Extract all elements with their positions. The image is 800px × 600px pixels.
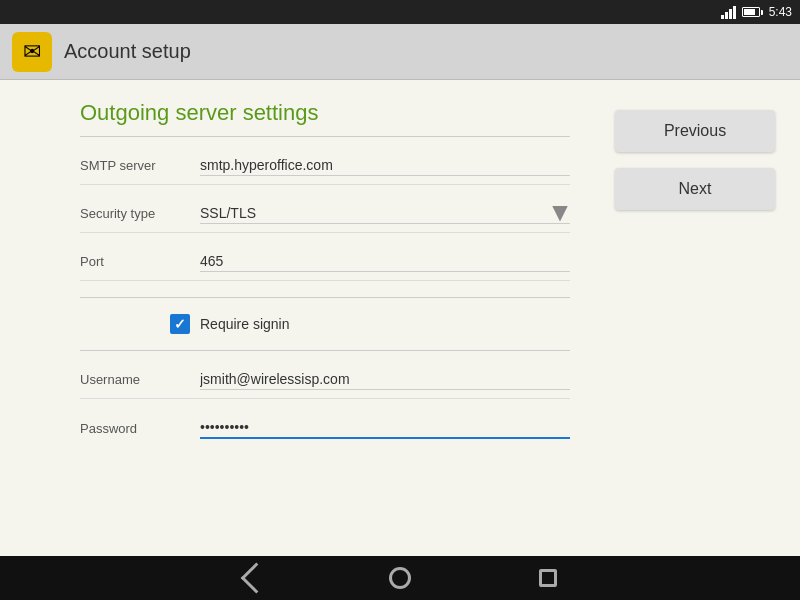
username-group: Username (80, 369, 570, 399)
status-bar: 5:43 (0, 0, 800, 24)
page-heading: Outgoing server settings (80, 100, 570, 137)
require-signin-checkbox[interactable] (170, 314, 190, 334)
main-content: Outgoing server settings SMTP server Sec… (0, 80, 800, 556)
app-icon: ✉ (12, 32, 52, 72)
username-label: Username (80, 372, 200, 387)
back-icon (241, 562, 272, 593)
require-signin-label: Require signin (200, 316, 290, 332)
security-label: Security type (80, 206, 200, 221)
port-input[interactable] (200, 251, 570, 272)
previous-button[interactable]: Previous (615, 110, 775, 152)
app-icon-symbol: ✉ (23, 39, 41, 65)
back-nav-button[interactable] (238, 564, 266, 592)
title-bar: ✉ Account setup (0, 24, 800, 80)
security-type-group: Security type SSL/TLS TLS None (80, 203, 570, 233)
divider (80, 297, 570, 298)
security-select-wrapper: SSL/TLS TLS None (200, 203, 570, 224)
battery-icon (742, 7, 763, 17)
form-section: Outgoing server settings SMTP server Sec… (0, 80, 600, 556)
port-group: Port (80, 251, 570, 281)
next-button[interactable]: Next (615, 168, 775, 210)
password-group: Password (80, 417, 570, 447)
home-nav-button[interactable] (386, 564, 414, 592)
divider2 (80, 350, 570, 351)
recents-nav-button[interactable] (534, 564, 562, 592)
buttons-section: Previous Next (600, 80, 800, 556)
home-icon (389, 567, 411, 589)
password-label: Password (80, 421, 200, 436)
username-input[interactable] (200, 369, 570, 390)
bottom-nav-bar (0, 556, 800, 600)
smtp-input[interactable] (200, 155, 570, 176)
password-input[interactable] (200, 417, 570, 439)
require-signin-row[interactable]: Require signin (170, 314, 570, 334)
recents-icon (539, 569, 557, 587)
status-time: 5:43 (769, 5, 792, 19)
signal-icon (721, 5, 736, 19)
smtp-label: SMTP server (80, 158, 200, 173)
security-select[interactable]: SSL/TLS TLS None (200, 203, 570, 224)
port-label: Port (80, 254, 200, 269)
smtp-server-group: SMTP server (80, 155, 570, 185)
app-title: Account setup (64, 40, 191, 63)
